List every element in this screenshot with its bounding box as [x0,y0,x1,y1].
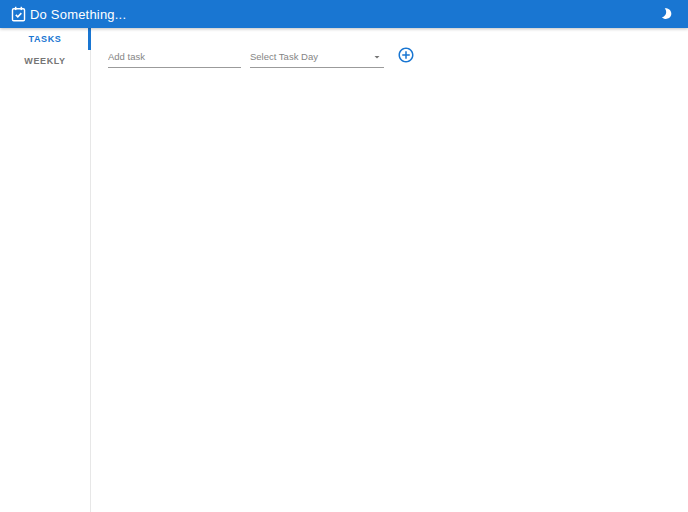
add-task-input[interactable] [108,48,241,68]
app-title: Do Something... [30,7,126,22]
add-task-button[interactable] [397,46,415,64]
calendar-check-icon [10,5,27,23]
sidebar-tabs: TASKS WEEKLY [0,28,91,512]
theme-toggle-button[interactable] [653,0,681,28]
tab-weekly[interactable]: WEEKLY [0,50,90,72]
tab-tasks[interactable]: TASKS [0,28,90,50]
tab-tasks-label: TASKS [29,34,62,44]
main-content: Select Task Day [92,28,688,512]
add-circle-outline-icon [397,46,415,64]
tab-weekly-label: WEEKLY [24,56,65,66]
add-task-form: Select Task Day [108,48,688,68]
app-bar: Do Something... [0,0,688,28]
arrow-drop-down-icon [371,51,383,63]
task-day-select[interactable]: Select Task Day [250,48,384,68]
tab-selected-indicator [88,28,91,50]
moon-icon [659,6,675,22]
task-day-select-value: Select Task Day [250,51,318,62]
